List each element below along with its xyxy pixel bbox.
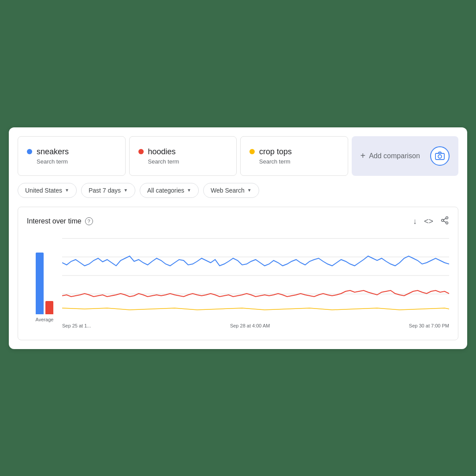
crop-tops-dot xyxy=(249,149,255,154)
camera-icon-box[interactable] xyxy=(430,146,450,166)
chart-actions: ↓ <> xyxy=(413,216,449,227)
help-icon[interactable]: ? xyxy=(85,217,93,225)
chart-title: Interest over time ? xyxy=(27,217,93,225)
filter-location[interactable]: United States ▼ xyxy=(18,183,77,198)
avg-bars xyxy=(36,244,53,314)
crop-tops-line xyxy=(62,308,449,310)
svg-line-6 xyxy=(443,218,446,219)
chart-section: Interest over time ? ↓ <> xyxy=(18,207,458,340)
sneakers-term-name: sneakers xyxy=(27,147,116,156)
crop-tops-term-card[interactable]: crop tops Search term xyxy=(240,136,348,176)
sneakers-dot xyxy=(27,149,32,154)
chart-avg-col: Average xyxy=(27,234,62,331)
filter-time[interactable]: Past 7 days ▼ xyxy=(81,183,135,198)
filter-type[interactable]: Web Search ▼ xyxy=(203,183,259,198)
chart-container: Average 100 75 50 25 xyxy=(27,234,449,331)
chevron-down-icon: ▼ xyxy=(65,188,69,193)
plus-icon: + xyxy=(361,151,366,161)
hoodies-line xyxy=(62,290,449,297)
avg-bar-hoodies xyxy=(45,301,53,314)
svg-point-2 xyxy=(446,216,448,219)
share-icon[interactable] xyxy=(440,216,449,227)
main-card: sneakers Search term hoodies Search term… xyxy=(9,127,467,349)
sneakers-line xyxy=(62,256,449,266)
svg-point-3 xyxy=(442,219,444,221)
trend-chart: 100 75 50 25 xyxy=(62,234,449,322)
hoodies-dot xyxy=(138,149,144,154)
crop-tops-term-name: crop tops xyxy=(249,147,339,156)
chevron-down-icon: ▼ xyxy=(247,188,252,193)
hoodies-term-card[interactable]: hoodies Search term xyxy=(129,136,237,176)
chart-header: Interest over time ? ↓ <> xyxy=(27,216,449,227)
chart-svg-col: 100 75 50 25 Sep 25 at 1... Sep 28 at 4:… xyxy=(62,234,449,331)
sneakers-term-card[interactable]: sneakers Search term xyxy=(18,136,126,176)
filter-row: United States ▼ Past 7 days ▼ All catego… xyxy=(18,183,458,198)
hoodies-term-name: hoodies xyxy=(138,147,228,156)
download-icon[interactable]: ↓ xyxy=(413,217,417,226)
add-comparison-text: + Add comparison xyxy=(361,151,420,161)
embed-icon[interactable]: <> xyxy=(424,217,433,226)
search-terms-row: sneakers Search term hoodies Search term… xyxy=(18,136,458,176)
svg-point-4 xyxy=(446,222,448,224)
avg-bar-sneakers xyxy=(36,253,44,314)
svg-line-5 xyxy=(443,221,446,222)
camera-icon xyxy=(435,151,445,161)
x-axis-labels: Sep 25 at 1... Sep 28 at 4:00 AM Sep 30 … xyxy=(62,323,449,328)
add-comparison-card[interactable]: + Add comparison xyxy=(352,136,459,176)
chevron-down-icon: ▼ xyxy=(123,188,128,193)
svg-point-1 xyxy=(438,155,442,158)
sneakers-term-label: Search term xyxy=(37,158,116,165)
crop-tops-term-label: Search term xyxy=(259,158,339,165)
avg-label: Average xyxy=(36,317,54,322)
filter-category[interactable]: All categories ▼ xyxy=(140,183,199,198)
hoodies-term-label: Search term xyxy=(148,158,228,165)
chevron-down-icon: ▼ xyxy=(187,188,191,193)
